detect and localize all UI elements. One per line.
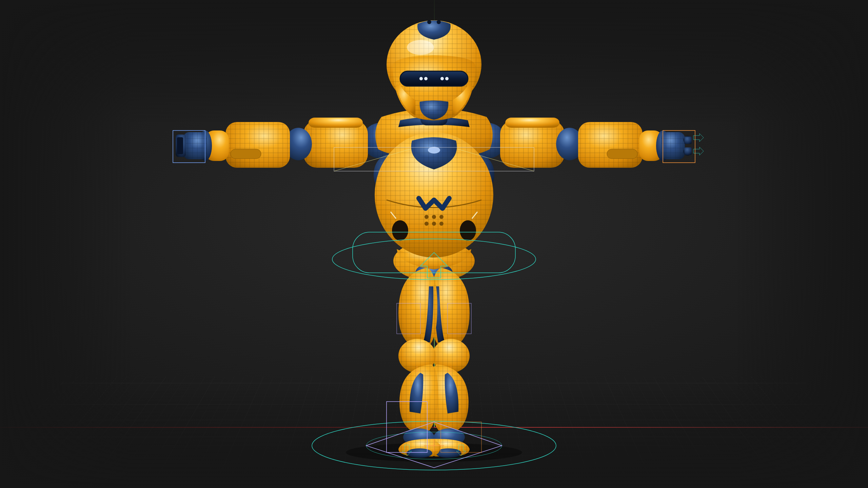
rig-controls[interactable] <box>163 15 705 473</box>
ctrl-clavicle-right[interactable] <box>334 149 410 171</box>
ctrl-hand-left[interactable] <box>663 130 695 163</box>
ctrl-chest-arrow[interactable] <box>420 252 448 278</box>
ctrl-origin-cross[interactable] <box>424 440 444 452</box>
robot-character[interactable] <box>163 15 705 473</box>
ctrl-hip-right[interactable] <box>397 303 420 334</box>
ctrl-torso-box[interactable] <box>334 147 534 171</box>
ctrl-clavicle-left[interactable] <box>458 149 534 171</box>
ctrl-knee-pole-right[interactable] <box>412 366 422 376</box>
ctrl-toe-right[interactable] <box>402 445 412 456</box>
ctrl-knee-pole-left[interactable] <box>446 366 456 376</box>
ctrl-cog-ellipse[interactable] <box>332 239 536 280</box>
ctrl-hand-right[interactable] <box>173 130 205 163</box>
ctrl-hip-left[interactable] <box>448 303 471 334</box>
viewport-3d[interactable] <box>0 0 868 488</box>
ctrl-toe-left[interactable] <box>456 445 466 456</box>
